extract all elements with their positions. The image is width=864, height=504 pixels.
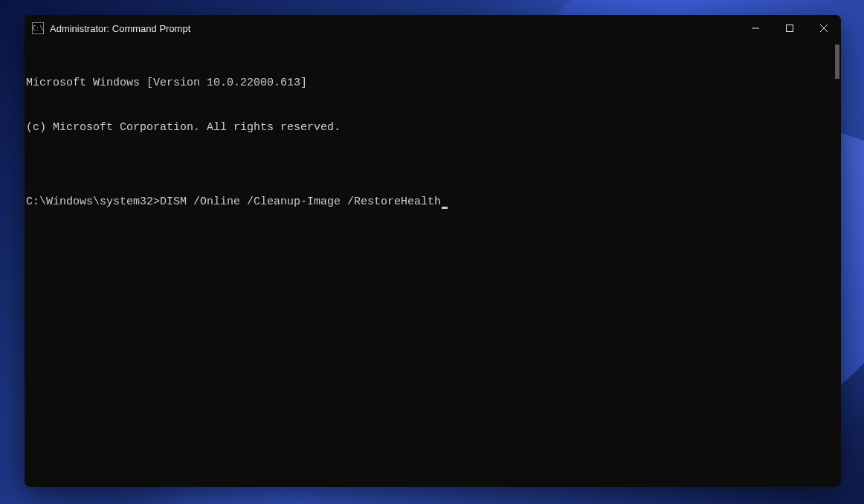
version-line: Microsoft Windows [Version 10.0.22000.61… [26, 76, 834, 91]
cursor [442, 207, 448, 209]
window-title: Administrator: Command Prompt [50, 23, 190, 34]
prompt-line: C:\Windows\system32>DISM /Online /Cleanu… [26, 195, 834, 210]
title-bar[interactable]: C:\ Administrator: Command Prompt [25, 15, 841, 42]
copyright-line: (c) Microsoft Corporation. All rights re… [26, 120, 834, 135]
prompt-path: C:\Windows\system32> [26, 196, 160, 208]
minimize-icon [752, 25, 759, 32]
svg-rect-1 [787, 25, 793, 32]
terminal-output: Microsoft Windows [Version 10.0.22000.61… [26, 46, 834, 239]
close-button[interactable] [807, 15, 841, 42]
maximize-button[interactable] [773, 15, 807, 42]
close-icon [820, 25, 828, 32]
cmd-icon: C:\ [32, 22, 44, 34]
minimize-button[interactable] [738, 15, 773, 42]
typed-command: DISM /Online /Cleanup-Image /RestoreHeal… [160, 196, 441, 208]
scrollbar-thumb[interactable] [835, 45, 839, 79]
maximize-icon [786, 25, 793, 32]
window-controls [738, 15, 841, 42]
terminal-body[interactable]: Microsoft Windows [Version 10.0.22000.61… [25, 42, 841, 487]
command-prompt-window: C:\ Administrator: Command Prompt Micros… [25, 15, 841, 487]
